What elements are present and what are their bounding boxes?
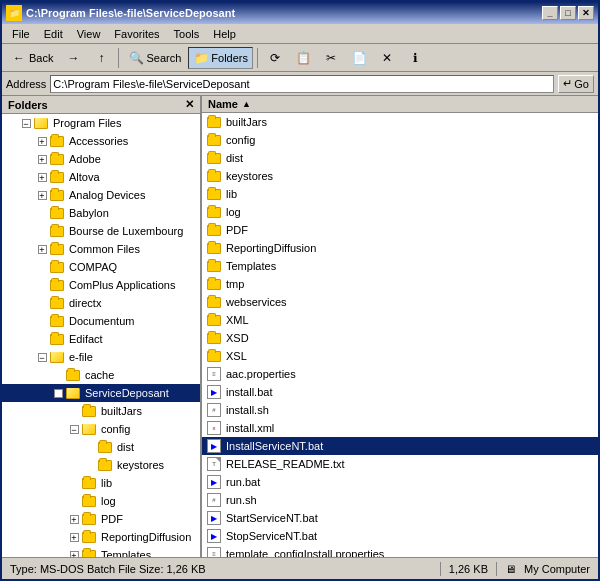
list-item[interactable]: XSD <box>202 329 598 347</box>
list-item[interactable]: Templates <box>202 257 598 275</box>
menu-edit[interactable]: Edit <box>38 26 69 42</box>
toggle-box[interactable]: + <box>38 137 47 146</box>
list-item[interactable]: config <box>202 131 598 149</box>
toggle-box[interactable]: + <box>38 155 47 164</box>
menu-view[interactable]: View <box>71 26 107 42</box>
address-input[interactable] <box>50 75 554 93</box>
tree-item[interactable]: lib <box>2 474 200 492</box>
tree-item[interactable]: Bourse de Luxembourg <box>2 222 200 240</box>
list-item[interactable]: ▶install.bat <box>202 383 598 401</box>
tree-toggle[interactable]: − <box>66 421 82 437</box>
tree-item[interactable]: −e-file <box>2 348 200 366</box>
tree-toggle[interactable]: + <box>34 187 50 203</box>
tree-item[interactable]: −ServiceDeposant <box>2 384 200 402</box>
back-button[interactable]: ← Back <box>6 47 58 69</box>
list-item[interactable]: XML <box>202 311 598 329</box>
tree-toggle[interactable]: + <box>34 151 50 167</box>
menu-file[interactable]: File <box>6 26 36 42</box>
tree-item[interactable]: −Program Files <box>2 114 200 132</box>
tree-toggle[interactable]: − <box>50 385 66 401</box>
tree-item[interactable]: +Accessories <box>2 132 200 150</box>
tree-toggle[interactable]: + <box>66 529 82 545</box>
toggle-box[interactable]: + <box>70 515 79 524</box>
tree-item[interactable]: +ReportingDiffusion <box>2 528 200 546</box>
properties-button[interactable]: ℹ <box>402 47 428 69</box>
delete-button[interactable]: ✕ <box>374 47 400 69</box>
list-item[interactable]: ≡template_configInstall.properties <box>202 545 598 557</box>
maximize-button[interactable]: □ <box>560 6 576 20</box>
up-button[interactable]: ↑ <box>88 47 114 69</box>
tree-item[interactable]: +Analog Devices <box>2 186 200 204</box>
list-item[interactable]: lib <box>202 185 598 203</box>
forward-button[interactable]: → <box>60 47 86 69</box>
go-button[interactable]: ↵ Go <box>558 75 594 93</box>
history-button[interactable]: ⟳ <box>262 47 288 69</box>
list-item[interactable]: ▶run.bat <box>202 473 598 491</box>
list-item[interactable]: #run.sh <box>202 491 598 509</box>
tree-item[interactable]: log <box>2 492 200 510</box>
close-button[interactable]: ✕ <box>578 6 594 20</box>
cut-button[interactable]: ✂ <box>318 47 344 69</box>
list-item[interactable]: ▶StartServiceNT.bat <box>202 509 598 527</box>
list-item[interactable]: ReportingDiffusion <box>202 239 598 257</box>
tree-toggle[interactable]: − <box>18 115 34 131</box>
list-item[interactable]: builtJars <box>202 113 598 131</box>
folders-close-button[interactable]: ✕ <box>185 98 194 111</box>
tree-toggle[interactable]: + <box>34 241 50 257</box>
tree-item[interactable]: directx <box>2 294 200 312</box>
toggle-box[interactable]: − <box>54 389 63 398</box>
list-item[interactable]: dist <box>202 149 598 167</box>
list-item[interactable]: webservices <box>202 293 598 311</box>
toggle-box[interactable]: − <box>70 425 79 434</box>
tree-item[interactable]: builtJars <box>2 402 200 420</box>
tree-container[interactable]: −Program Files+Accessories+Adobe+Altova+… <box>2 114 200 557</box>
list-item[interactable]: tmp <box>202 275 598 293</box>
tree-item[interactable]: +PDF <box>2 510 200 528</box>
toggle-box[interactable]: − <box>38 353 47 362</box>
tree-item[interactable]: Edifact <box>2 330 200 348</box>
toggle-box[interactable]: − <box>22 119 31 128</box>
list-item[interactable]: #install.sh <box>202 401 598 419</box>
list-item[interactable]: ▶InstallServiceNT.bat <box>202 437 598 455</box>
paste-button[interactable]: 📄 <box>346 47 372 69</box>
list-item[interactable]: xinstall.xml <box>202 419 598 437</box>
tree-item[interactable]: dist <box>2 438 200 456</box>
toggle-box[interactable]: + <box>70 533 79 542</box>
tree-item[interactable]: keystores <box>2 456 200 474</box>
tree-toggle[interactable]: + <box>34 169 50 185</box>
menu-help[interactable]: Help <box>207 26 242 42</box>
menu-tools[interactable]: Tools <box>168 26 206 42</box>
tree-item[interactable]: −config <box>2 420 200 438</box>
minimize-button[interactable]: _ <box>542 6 558 20</box>
tree-item[interactable]: +Altova <box>2 168 200 186</box>
list-item[interactable]: TRELEASE_README.txt <box>202 455 598 473</box>
toggle-box[interactable]: + <box>38 191 47 200</box>
tree-item[interactable]: COMPAQ <box>2 258 200 276</box>
search-button[interactable]: 🔍 Search <box>123 47 186 69</box>
tree-item[interactable]: +Adobe <box>2 150 200 168</box>
tree-toggle[interactable]: + <box>66 547 82 557</box>
toggle-box[interactable]: + <box>38 173 47 182</box>
list-item[interactable]: XSL <box>202 347 598 365</box>
list-item[interactable]: log <box>202 203 598 221</box>
file-name: XML <box>226 314 249 326</box>
list-item[interactable]: ≡aac.properties <box>202 365 598 383</box>
list-item[interactable]: keystores <box>202 167 598 185</box>
folders-button[interactable]: 📁 Folders <box>188 47 253 69</box>
tree-item[interactable]: cache <box>2 366 200 384</box>
list-item[interactable]: ▶StopServiceNT.bat <box>202 527 598 545</box>
files-header[interactable]: Name ▲ <box>202 96 598 113</box>
files-list[interactable]: builtJarsconfigdistkeystoresliblogPDFRep… <box>202 113 598 557</box>
tree-item[interactable]: +Templates <box>2 546 200 557</box>
tree-toggle[interactable]: − <box>34 349 50 365</box>
tree-toggle[interactable]: + <box>66 511 82 527</box>
list-item[interactable]: PDF <box>202 221 598 239</box>
tree-item[interactable]: ComPlus Applications <box>2 276 200 294</box>
menu-favorites[interactable]: Favorites <box>108 26 165 42</box>
copy-button[interactable]: 📋 <box>290 47 316 69</box>
tree-toggle[interactable]: + <box>34 133 50 149</box>
toggle-box[interactable]: + <box>38 245 47 254</box>
tree-item[interactable]: Babylon <box>2 204 200 222</box>
tree-item[interactable]: Documentum <box>2 312 200 330</box>
tree-item[interactable]: +Common Files <box>2 240 200 258</box>
